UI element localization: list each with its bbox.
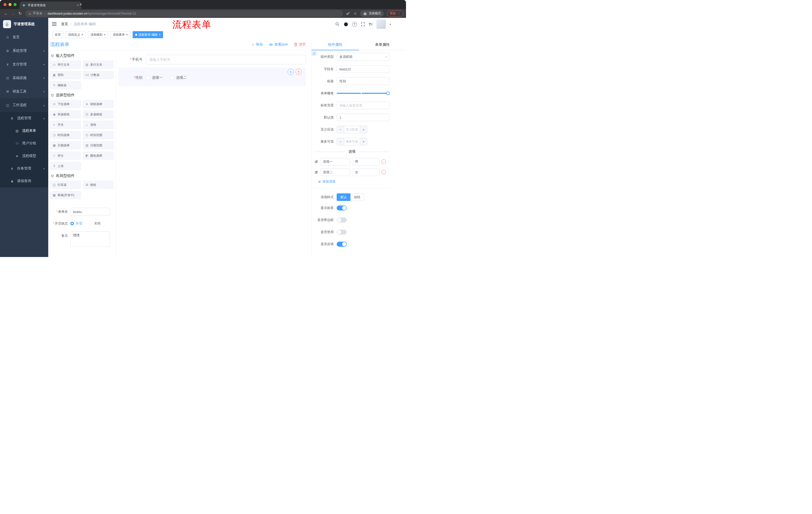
border-toggle[interactable]: [337, 218, 347, 222]
drag-handle-icon[interactable]: [315, 170, 318, 174]
label-width-input[interactable]: [337, 102, 389, 109]
sidebar-item-payment[interactable]: ¥ 支付管理 ▾: [0, 58, 48, 71]
close-icon[interactable]: ×: [104, 33, 106, 36]
option-label-input[interactable]: [320, 168, 350, 176]
option-value-input[interactable]: [352, 158, 379, 165]
phone-field-row[interactable]: *手机号: [118, 55, 306, 64]
breadcrumb-home[interactable]: 首页: [61, 22, 68, 26]
forward-icon[interactable]: →: [9, 11, 17, 16]
tab-close-icon[interactable]: ×: [77, 3, 79, 7]
gender-option-1[interactable]: 选项一: [146, 76, 163, 80]
palette-item-switch[interactable]: ◐ 开关: [50, 121, 81, 129]
palette-item-button[interactable]: ⊞ 按钮: [83, 181, 114, 189]
default-value-input[interactable]: [337, 114, 389, 121]
palette-item-checkbox-group[interactable]: ☑ 多选框组: [83, 110, 114, 118]
style-button-button[interactable]: 按钮: [350, 193, 364, 201]
fullscreen-icon[interactable]: [361, 22, 365, 26]
close-icon[interactable]: ×: [126, 33, 128, 36]
palette-item-single-text[interactable]: ▭ 单行文本: [50, 61, 81, 69]
required-toggle[interactable]: [337, 242, 347, 247]
help-icon[interactable]: ?: [352, 22, 357, 27]
view-json-button[interactable]: 查看json: [269, 42, 288, 47]
clear-button[interactable]: 清空: [294, 42, 306, 47]
palette-item-row-container[interactable]: ◫ 行容器: [50, 181, 81, 189]
tag-process-form-edit[interactable]: 流程表单-编辑 ×: [133, 31, 163, 38]
palette-item-upload[interactable]: ↥ 上传: [50, 162, 81, 170]
stepper-placeholder[interactable]: 最多可选: [344, 138, 360, 145]
increment-button[interactable]: +: [360, 126, 367, 133]
font-size-icon[interactable]: TT: [369, 22, 373, 26]
remove-option-button[interactable]: −: [381, 170, 386, 174]
sidebar-item-workflow[interactable]: ◫ 工作流程 ▴: [0, 98, 48, 112]
palette-item-table[interactable]: ▩ 表格[开发中]: [50, 191, 81, 199]
gender-option-2[interactable]: 选项二: [170, 76, 187, 80]
slider-handle[interactable]: [386, 91, 390, 95]
palette-item-multi-text[interactable]: ▤ 多行文本: [83, 61, 114, 69]
palette-item-editor[interactable]: ✎ 编辑器: [50, 81, 81, 89]
drag-handle-icon[interactable]: [315, 160, 318, 163]
reload-icon[interactable]: ↻: [17, 11, 24, 16]
sidebar-item-task-management[interactable]: ⋔ 任务管理 ▾: [0, 162, 48, 175]
remark-textarea[interactable]: 嘿嘿: [70, 231, 110, 247]
style-default-button[interactable]: 默认: [337, 193, 350, 201]
sidebar-item-leave-query[interactable]: ♟ 请假查询: [0, 175, 48, 187]
browser-update-button[interactable]: 更新 ⋮: [387, 10, 404, 17]
avatar[interactable]: [376, 19, 386, 29]
tag-process-definition[interactable]: 流程定义 ×: [65, 31, 86, 38]
address-bar[interactable]: ⚠ 不安全 | dashboard.yudao.iocoder.cn /bpm/…: [25, 10, 343, 17]
save-button[interactable]: ✓ 保存: [252, 42, 263, 47]
browser-tab[interactable]: 芋道管理系统 ×: [20, 1, 81, 9]
github-icon[interactable]: [343, 22, 348, 27]
palette-item-time-picker[interactable]: ◷ 时间选择: [50, 131, 81, 139]
increment-button[interactable]: +: [360, 138, 367, 145]
sidebar-item-user-group[interactable]: ⚇ 用户分组: [0, 137, 48, 150]
component-type-select[interactable]: 多选框组 ▾: [337, 53, 389, 61]
window-zoom-button[interactable]: [13, 3, 17, 6]
palette-item-color-picker[interactable]: ◩ 颜色选择: [83, 152, 114, 160]
security-label[interactable]: 不安全: [33, 11, 42, 16]
sidebar-item-infrastructure[interactable]: ⊡ 基础设施 ▾: [0, 71, 48, 85]
checkbox-icon[interactable]: [170, 76, 174, 80]
palette-item-password[interactable]: ▣ 密码: [50, 71, 81, 79]
palette-item-time-range[interactable]: ◴ 时间范围: [83, 131, 114, 139]
field-name-input[interactable]: [337, 65, 389, 73]
copy-component-button[interactable]: [288, 69, 294, 75]
bookmark-star-icon[interactable]: ☆: [353, 11, 357, 16]
sidebar-item-devtools[interactable]: ⚒ 研发工具 ▾: [0, 85, 48, 98]
password-key-icon[interactable]: [346, 11, 350, 16]
sidebar-item-home[interactable]: ⊙ 首页: [0, 30, 48, 44]
hamburger-icon[interactable]: [52, 22, 57, 26]
option-value-input[interactable]: [352, 168, 379, 176]
phone-input[interactable]: [146, 55, 306, 64]
palette-item-cascader[interactable]: ⋔ 级联选择: [83, 100, 114, 108]
palette-item-counter[interactable]: 123 计数器: [83, 71, 114, 79]
new-tab-button[interactable]: +: [79, 2, 82, 7]
search-icon[interactable]: [335, 22, 340, 26]
browser-menu-icon[interactable]: ⋮: [398, 11, 401, 15]
remove-option-button[interactable]: −: [381, 159, 386, 164]
selected-component-gender[interactable]: *性别 选项一 选项二: [118, 67, 306, 86]
sidebar-item-process-form[interactable]: ▤ 流程表单: [0, 125, 48, 137]
avatar-caret-icon[interactable]: ▾: [390, 23, 391, 26]
palette-item-rate[interactable]: ☆ 评分: [50, 152, 81, 160]
sidebar-logo[interactable]: 芋道管理系统: [0, 18, 48, 30]
palette-item-date-range[interactable]: ▥ 日期范围: [83, 141, 114, 150]
decrement-button[interactable]: −: [337, 138, 344, 145]
form-name-input[interactable]: [70, 208, 110, 216]
sidebar-item-process-model[interactable]: ➤ 流程模型: [0, 150, 48, 162]
delete-component-button[interactable]: [296, 69, 302, 75]
option-label-input[interactable]: [320, 158, 350, 165]
status-off-radio[interactable]: 关闭: [89, 221, 100, 226]
grid-slider[interactable]: [337, 93, 388, 94]
tag-home[interactable]: 首页: [52, 31, 63, 38]
tag-process-form[interactable]: 流程表单 ×: [110, 31, 130, 38]
disabled-toggle[interactable]: [337, 229, 347, 235]
back-icon[interactable]: ←: [2, 11, 9, 16]
tag-process-model[interactable]: 流程模型 ×: [88, 31, 108, 38]
palette-item-radio-group[interactable]: ◉ 单选框组: [50, 110, 81, 118]
window-minimize-button[interactable]: [8, 3, 11, 6]
link-badge[interactable]: [312, 51, 317, 56]
palette-item-date-picker[interactable]: ▦ 日期选择: [50, 141, 81, 150]
tab-component-props[interactable]: 组件属性: [312, 39, 359, 50]
close-icon[interactable]: ×: [81, 33, 83, 36]
